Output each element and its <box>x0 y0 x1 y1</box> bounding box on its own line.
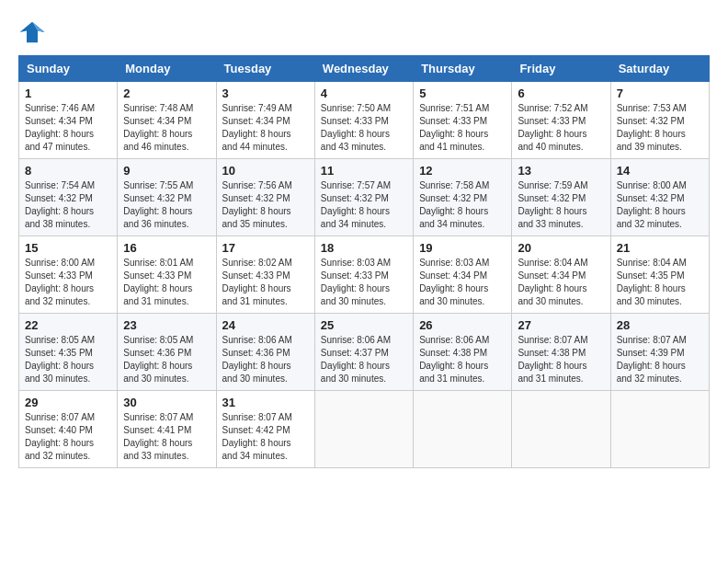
day-content: Sunrise: 8:01 AM Sunset: 4:33 PM Dayligh… <box>123 257 210 308</box>
day-number: 12 <box>419 164 506 178</box>
sunrise-label: Sunrise: 7:58 AM <box>419 180 489 190</box>
day-number: 10 <box>222 164 309 178</box>
sunrise-label: Sunrise: 8:07 AM <box>222 412 292 422</box>
sunrise-label: Sunrise: 7:59 AM <box>518 180 587 190</box>
day-cell: 6 Sunrise: 7:52 AM Sunset: 4:33 PM Dayli… <box>512 82 610 159</box>
day-cell: 8 Sunrise: 7:54 AM Sunset: 4:32 PM Dayli… <box>19 159 118 236</box>
sunset-label: Sunset: 4:38 PM <box>518 348 586 358</box>
daylight-label: Daylight: 8 hours and 46 minutes. <box>123 129 192 152</box>
daylight-label: Daylight: 8 hours and 32 minutes. <box>25 283 94 306</box>
sunset-label: Sunset: 4:34 PM <box>419 270 487 281</box>
day-cell: 28 Sunrise: 8:07 AM Sunset: 4:39 PM Dayl… <box>610 314 709 391</box>
sunrise-label: Sunrise: 8:04 AM <box>617 258 687 268</box>
header-tuesday: Tuesday <box>216 56 314 82</box>
sunrise-label: Sunrise: 8:07 AM <box>25 412 95 422</box>
day-number: 21 <box>617 241 703 255</box>
day-cell: 25 Sunrise: 8:06 AM Sunset: 4:37 PM Dayl… <box>314 314 413 391</box>
sunset-label: Sunset: 4:32 PM <box>321 193 389 203</box>
day-cell <box>414 391 512 468</box>
day-content: Sunrise: 8:07 AM Sunset: 4:38 PM Dayligh… <box>518 334 604 385</box>
sunrise-label: Sunrise: 8:07 AM <box>617 335 687 345</box>
sunrise-label: Sunrise: 7:54 AM <box>25 180 95 190</box>
daylight-label: Daylight: 8 hours and 47 minutes. <box>25 129 94 152</box>
sunset-label: Sunset: 4:32 PM <box>617 193 685 203</box>
header-sunday: Sunday <box>19 56 118 82</box>
sunrise-label: Sunrise: 7:55 AM <box>123 180 193 190</box>
day-cell: 3 Sunrise: 7:49 AM Sunset: 4:34 PM Dayli… <box>216 82 314 159</box>
day-content: Sunrise: 7:57 AM Sunset: 4:32 PM Dayligh… <box>321 179 407 231</box>
sunrise-label: Sunrise: 8:02 AM <box>222 258 292 268</box>
day-cell: 26 Sunrise: 8:06 AM Sunset: 4:38 PM Dayl… <box>414 314 512 391</box>
day-content: Sunrise: 7:52 AM Sunset: 4:33 PM Dayligh… <box>518 102 604 154</box>
sunrise-label: Sunrise: 8:01 AM <box>123 258 193 268</box>
sunrise-label: Sunrise: 8:06 AM <box>222 335 292 345</box>
day-number: 13 <box>518 164 604 178</box>
day-content: Sunrise: 8:02 AM Sunset: 4:33 PM Dayligh… <box>222 257 309 308</box>
header-row: SundayMondayTuesdayWednesdayThursdayFrid… <box>19 56 710 82</box>
sunset-label: Sunset: 4:32 PM <box>419 193 487 203</box>
daylight-label: Daylight: 8 hours and 36 minutes. <box>123 206 192 229</box>
day-cell: 17 Sunrise: 8:02 AM Sunset: 4:33 PM Dayl… <box>216 236 314 314</box>
day-number: 31 <box>222 396 309 409</box>
day-number: 18 <box>321 241 407 255</box>
day-number: 26 <box>419 318 506 332</box>
day-content: Sunrise: 7:53 AM Sunset: 4:32 PM Dayligh… <box>617 102 703 154</box>
day-number: 24 <box>222 318 309 332</box>
sunset-label: Sunset: 4:42 PM <box>222 425 290 435</box>
header-wednesday: Wednesday <box>314 56 413 82</box>
logo <box>18 18 50 46</box>
sunrise-label: Sunrise: 8:07 AM <box>518 335 587 345</box>
day-number: 22 <box>25 318 111 332</box>
day-cell: 31 Sunrise: 8:07 AM Sunset: 4:42 PM Dayl… <box>216 391 314 468</box>
header-thursday: Thursday <box>414 56 512 82</box>
daylight-label: Daylight: 8 hours and 30 minutes. <box>25 361 94 384</box>
sunset-label: Sunset: 4:35 PM <box>617 270 685 281</box>
day-cell: 24 Sunrise: 8:06 AM Sunset: 4:36 PM Dayl… <box>216 314 314 391</box>
sunset-label: Sunset: 4:33 PM <box>222 270 290 281</box>
day-content: Sunrise: 8:07 AM Sunset: 4:41 PM Dayligh… <box>123 411 210 463</box>
day-number: 5 <box>419 86 506 100</box>
day-content: Sunrise: 7:46 AM Sunset: 4:34 PM Dayligh… <box>25 102 111 154</box>
day-number: 6 <box>518 86 604 100</box>
day-number: 4 <box>321 86 407 100</box>
logo-icon <box>18 18 46 46</box>
day-content: Sunrise: 7:50 AM Sunset: 4:33 PM Dayligh… <box>321 102 407 154</box>
day-content: Sunrise: 7:54 AM Sunset: 4:32 PM Dayligh… <box>25 179 111 231</box>
day-cell: 11 Sunrise: 7:57 AM Sunset: 4:32 PM Dayl… <box>314 159 413 236</box>
day-content: Sunrise: 8:06 AM Sunset: 4:36 PM Dayligh… <box>222 334 309 385</box>
sunset-label: Sunset: 4:32 PM <box>617 116 685 126</box>
sunrise-label: Sunrise: 8:03 AM <box>321 258 391 268</box>
day-number: 20 <box>518 241 604 255</box>
day-number: 2 <box>123 86 210 100</box>
day-number: 30 <box>123 396 210 409</box>
day-content: Sunrise: 7:56 AM Sunset: 4:32 PM Dayligh… <box>222 179 309 231</box>
sunrise-label: Sunrise: 8:00 AM <box>25 258 95 268</box>
sunrise-label: Sunrise: 7:52 AM <box>518 103 587 113</box>
day-cell: 5 Sunrise: 7:51 AM Sunset: 4:33 PM Dayli… <box>414 82 512 159</box>
sunrise-label: Sunrise: 8:07 AM <box>123 412 193 422</box>
sunset-label: Sunset: 4:34 PM <box>518 270 586 281</box>
day-content: Sunrise: 7:48 AM Sunset: 4:34 PM Dayligh… <box>123 102 210 154</box>
day-cell: 22 Sunrise: 8:05 AM Sunset: 4:35 PM Dayl… <box>19 314 118 391</box>
day-cell: 23 Sunrise: 8:05 AM Sunset: 4:36 PM Dayl… <box>118 314 216 391</box>
daylight-label: Daylight: 8 hours and 33 minutes. <box>518 206 586 229</box>
day-number: 9 <box>123 164 210 178</box>
day-cell: 30 Sunrise: 8:07 AM Sunset: 4:41 PM Dayl… <box>118 391 216 468</box>
day-number: 28 <box>617 318 703 332</box>
week-row-4: 22 Sunrise: 8:05 AM Sunset: 4:35 PM Dayl… <box>19 314 710 391</box>
daylight-label: Daylight: 8 hours and 34 minutes. <box>419 206 488 229</box>
sunset-label: Sunset: 4:32 PM <box>518 193 586 203</box>
sunset-label: Sunset: 4:34 PM <box>222 116 290 126</box>
daylight-label: Daylight: 8 hours and 30 minutes. <box>617 283 686 306</box>
day-cell: 19 Sunrise: 8:03 AM Sunset: 4:34 PM Dayl… <box>414 236 512 314</box>
day-content: Sunrise: 8:07 AM Sunset: 4:40 PM Dayligh… <box>25 411 111 463</box>
day-cell: 29 Sunrise: 8:07 AM Sunset: 4:40 PM Dayl… <box>19 391 118 468</box>
sunset-label: Sunset: 4:34 PM <box>123 116 191 126</box>
day-cell: 4 Sunrise: 7:50 AM Sunset: 4:33 PM Dayli… <box>314 82 413 159</box>
day-content: Sunrise: 7:58 AM Sunset: 4:32 PM Dayligh… <box>419 179 506 231</box>
day-cell: 18 Sunrise: 8:03 AM Sunset: 4:33 PM Dayl… <box>314 236 413 314</box>
daylight-label: Daylight: 8 hours and 30 minutes. <box>321 283 390 306</box>
day-number: 23 <box>123 318 210 332</box>
page-header <box>18 18 710 46</box>
day-content: Sunrise: 8:04 AM Sunset: 4:34 PM Dayligh… <box>518 257 604 308</box>
